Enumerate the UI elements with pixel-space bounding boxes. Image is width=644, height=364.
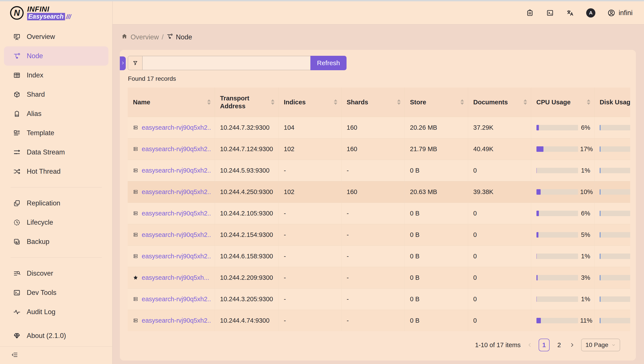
toolbar: Refresh [128,56,347,70]
brand-monogram-icon: N [10,6,24,20]
column-header-store[interactable]: Store [404,88,468,117]
column-label: Shards [347,98,368,106]
clipboard-icon[interactable] [526,9,534,17]
about-icon [13,332,21,340]
node-table-wrap: NameTransport AddressIndicesShardsStoreD… [128,88,630,332]
sidebar-item-data-stream[interactable]: Data Stream [4,142,108,162]
chevron-right-icon [121,61,125,66]
column-header-name[interactable]: Name [128,88,215,117]
sidebar-item-dev-tools[interactable]: Dev Tools [4,283,108,302]
disk-usage-bar [600,232,630,238]
sidebar-item-template[interactable]: Template [4,124,108,142]
cpu-usage-label: 11% [580,317,592,324]
prev-page-button[interactable] [526,342,533,348]
next-page-button[interactable] [569,342,575,348]
column-header-shards[interactable]: Shards [341,88,404,117]
node-name-link[interactable]: easysearch-rvj90q5xh2... [142,296,211,303]
nav-divider [11,187,102,188]
node-name-link[interactable]: easysearch-rvj90q5xh... [142,274,209,281]
node-name-link[interactable]: easysearch-rvj90q5xh2... [142,210,211,217]
chevron-down-icon [611,342,616,349]
indices-value: 102 [278,138,341,160]
column-header-indices[interactable]: Indices [278,88,341,117]
column-header-transport-address[interactable]: Transport Address [215,88,278,117]
lifecycle-icon [13,219,21,226]
node-name-link[interactable]: easysearch-rvj90q5xh2... [142,124,211,131]
page-size-select[interactable]: 10 Page [581,338,620,351]
breadcrumb-overview[interactable]: Overview [131,33,159,41]
sidebar-item-about-2-1-0[interactable]: About (2.1.0) [4,326,108,346]
sidebar-item-audit-log[interactable]: Audit Log [4,302,108,322]
sidebar-item-index[interactable]: Index [4,66,108,85]
table-row: easysearch-rvj90q5xh2...10.244.3.205:930… [128,288,630,310]
index-icon [13,72,21,79]
indices-value: 102 [278,181,341,202]
documents-value: 40.49K [468,138,531,160]
sidebar-item-backup[interactable]: Backup [4,232,108,251]
cpu-usage-label: 1% [580,167,590,174]
alias-icon [13,110,21,118]
cpu-usage-cell: 6% [536,124,590,131]
sidebar-item-shard[interactable]: Shard [4,85,108,104]
translate-icon[interactable] [566,9,574,17]
sort-carets-icon[interactable] [461,99,464,105]
column-label: Disk Usage [600,98,630,106]
filter-input[interactable] [143,56,310,70]
server-icon [133,254,138,259]
table-header-row: NameTransport AddressIndicesShardsStoreD… [128,88,630,117]
node-name-link[interactable]: easysearch-rvj90q5xh2... [142,167,211,174]
sidebar-item-replication[interactable]: Replication [4,194,108,213]
app-window: N INFINI Easysearch /// OverviewNodeInde… [0,0,644,364]
sidebar-item-discover[interactable]: Discover [4,264,108,283]
sort-carets-icon[interactable] [587,99,590,105]
sort-carets-icon[interactable] [207,99,211,105]
disk-usage-bar [600,254,630,259]
sidebar-item-overview[interactable]: Overview [4,27,108,46]
sidebar-item-node[interactable]: Node [4,46,108,66]
disk-usage-cell [600,125,630,130]
sort-carets-icon[interactable] [334,99,337,105]
cpu-usage-cell: 10% [536,188,590,196]
page-button-1[interactable]: 1 [539,338,550,351]
sidebar-item-label: Alias [27,110,41,118]
node-name-link[interactable]: easysearch-rvj90q5xh2... [142,317,211,324]
node-list-card: Refresh Found 17 records NameTransport A… [120,50,636,360]
column-header-cpu-usage[interactable]: CPU Usage [531,88,594,117]
column-header-documents[interactable]: Documents [468,88,531,117]
column-label: Store [410,98,426,106]
disk-usage-cell [600,168,630,173]
documents-value: 0 [468,288,531,310]
home-icon[interactable] [121,33,128,41]
menu-fold-icon[interactable] [12,352,18,359]
column-header-disk-usage[interactable]: Disk Usage [594,88,630,117]
pagination: 1-10 of 17 items 1 2 10 Page [475,338,620,351]
node-name-link[interactable]: easysearch-rvj90q5xh2... [142,231,211,238]
sidebar-item-label: Shard [27,90,45,98]
template-icon [13,129,21,137]
user-menu[interactable]: infini [607,9,632,17]
documents-value: 0 [468,160,531,181]
disk-usage-bar [600,125,630,130]
sort-carets-icon[interactable] [397,99,401,105]
node-name-link[interactable]: easysearch-rvj90q5xh2... [142,146,211,153]
username: infini [618,9,632,17]
sidebar-item-alias[interactable]: Alias [4,104,108,124]
sidebar-item-lifecycle[interactable]: Lifecycle [4,213,108,232]
sort-carets-icon[interactable] [524,99,527,105]
refresh-button[interactable]: Refresh [310,56,347,70]
sidebar-item-hot-thread[interactable]: Hot Thread [4,162,108,181]
cpu-usage-cell: 3% [536,274,590,281]
brand-logo[interactable]: N INFINI Easysearch /// [0,1,112,24]
terminal-icon[interactable] [546,9,554,17]
table-row: easysearch-rvj90q5xh2...10.244.2.105:930… [128,202,630,224]
sidebar-nav: OverviewNodeIndexShardAliasTemplateData … [0,24,112,346]
node-name-link[interactable]: easysearch-rvj90q5xh2... [142,253,211,260]
sort-carets-icon[interactable] [271,99,275,105]
disk-usage-cell [600,189,630,195]
panel-expander[interactable] [120,56,126,70]
brand-slashes: /// [66,13,71,20]
node-name-link[interactable]: easysearch-rvj90q5xh2... [142,188,211,196]
page-button-2[interactable]: 2 [555,342,563,349]
indices-value: - [278,246,341,267]
avatar[interactable]: A [586,8,595,18]
